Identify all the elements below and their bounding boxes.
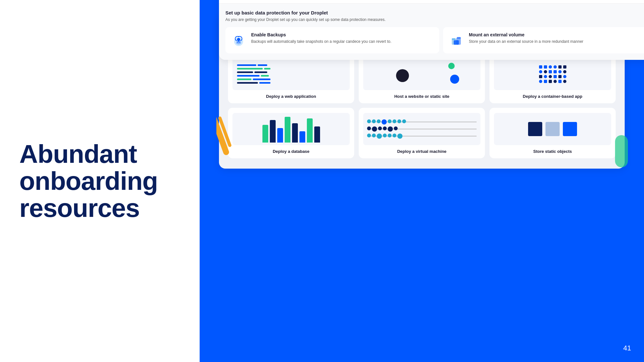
circle-med [448, 63, 455, 69]
volume-icon [448, 32, 464, 48]
objects-visual [525, 119, 580, 139]
obj-mid [545, 122, 560, 136]
card-label-vm: Deploy a virtual machine [397, 149, 446, 154]
card-visual-objects [494, 113, 611, 145]
card-label-objects: Store static objects [533, 149, 572, 154]
card-visual-website [363, 58, 480, 90]
card-label-database: Deploy a database [273, 149, 309, 154]
svg-rect-10 [454, 40, 459, 45]
card-host-website[interactable]: Host a website or static site [359, 53, 485, 103]
card-label-website: Host a website or static site [394, 94, 449, 99]
card-deploy-database[interactable]: Deploy a database [228, 108, 354, 158]
svg-point-7 [237, 38, 240, 41]
dp-option-volume[interactable]: Mount an external volume Store your data… [443, 27, 644, 53]
database-visual [259, 113, 324, 145]
main-headline: Abundant onboarding resources [19, 141, 158, 222]
card-visual-vm [363, 113, 480, 145]
circle-blue [450, 75, 459, 84]
dp-options: Enable Backups Backups will automaticall… [225, 27, 644, 53]
accent-green [615, 135, 628, 167]
droplet-card: DropletHostName IPA.DDR.ESS.ES Get start… [219, 0, 644, 60]
droplet-header: DropletHostName IPA.DDR.ESS.ES Get start… [219, 0, 644, 4]
card-label-container: Deploy a container-based app [523, 94, 582, 99]
dp-option-backups[interactable]: Enable Backups Backups will automaticall… [225, 27, 439, 53]
backups-desc: Backups will automatically take snapshot… [251, 39, 392, 44]
right-panel: 41 Welcome to DigitalOcean, let's get st… [200, 0, 644, 362]
accent-diagonal [216, 109, 236, 174]
solutions-grid: Deploy a web application Host a website … [228, 53, 616, 158]
volume-desc: Store your data on an external source in… [469, 39, 583, 44]
card-visual-container [494, 58, 611, 90]
dp-title: Set up basic data protection for your Dr… [225, 10, 328, 15]
obj-blue [563, 122, 577, 136]
data-protection-header: Set up basic data protection for your Dr… [225, 10, 644, 15]
svg-rect-11 [452, 38, 456, 40]
svg-rect-12 [457, 37, 461, 39]
card-container-app[interactable]: Deploy a container-based app [489, 53, 616, 103]
volume-content: Mount an external volume Store your data… [469, 32, 583, 44]
card-store-objects[interactable]: Store static objects [489, 108, 616, 158]
backups-content: Enable Backups Backups will automaticall… [251, 32, 392, 44]
obj-dark [528, 122, 542, 136]
volume-title: Mount an external volume [469, 32, 583, 37]
card-visual-webapp [232, 58, 350, 90]
circle-big [396, 69, 409, 82]
card-deploy-web-app[interactable]: Deploy a web application [228, 53, 354, 103]
droplet-body: Set up basic data protection for your Dr… [219, 4, 644, 60]
page-number: 41 [623, 344, 631, 352]
card-visual-database [232, 113, 350, 145]
left-panel: Abundant onboarding resources [0, 0, 200, 362]
vm-visual [363, 116, 480, 142]
webapp-visual [232, 61, 350, 87]
card-label-webapp: Deploy a web application [266, 94, 316, 99]
website-visual [363, 58, 480, 90]
backups-title: Enable Backups [251, 32, 392, 37]
dp-subtitle: As you are getting your Droplet set up y… [225, 17, 644, 22]
backups-icon [231, 32, 247, 48]
card-deploy-vm[interactable]: Deploy a virtual machine [359, 108, 485, 158]
container-visual [536, 62, 570, 86]
